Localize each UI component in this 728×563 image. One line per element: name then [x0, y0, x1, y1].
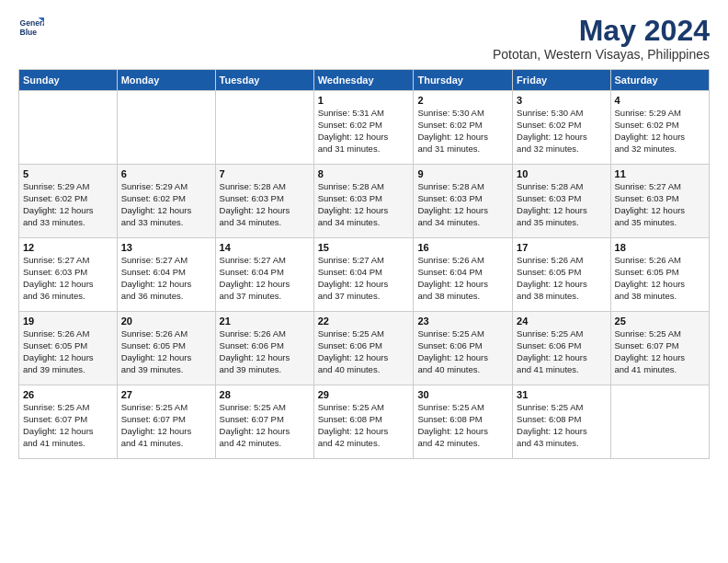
day-info: Sunrise: 5:26 AM Sunset: 6:04 PM Dayligh…: [417, 255, 508, 302]
day-info: Sunrise: 5:25 AM Sunset: 6:06 PM Dayligh…: [318, 328, 410, 375]
day-info: Sunrise: 5:28 AM Sunset: 6:03 PM Dayligh…: [517, 181, 606, 228]
day-cell: 19Sunrise: 5:26 AM Sunset: 6:05 PM Dayli…: [19, 312, 118, 385]
day-info: Sunrise: 5:25 AM Sunset: 6:06 PM Dayligh…: [417, 328, 508, 375]
day-number: 28: [220, 389, 310, 400]
day-cell: 6Sunrise: 5:29 AM Sunset: 6:02 PM Daylig…: [117, 165, 215, 238]
day-cell: 9Sunrise: 5:28 AM Sunset: 6:03 PM Daylig…: [414, 165, 513, 238]
day-number: 7: [220, 168, 310, 179]
day-cell: [610, 385, 709, 459]
day-cell: 21Sunrise: 5:26 AM Sunset: 6:06 PM Dayli…: [215, 312, 313, 385]
logo: General Blue: [18, 15, 44, 40]
day-info: Sunrise: 5:28 AM Sunset: 6:03 PM Dayligh…: [318, 181, 410, 228]
col-wednesday: Wednesday: [313, 70, 414, 91]
day-number: 3: [517, 95, 606, 106]
day-cell: 20Sunrise: 5:26 AM Sunset: 6:05 PM Dayli…: [117, 312, 215, 385]
day-info: Sunrise: 5:29 AM Sunset: 6:02 PM Dayligh…: [615, 108, 705, 155]
day-info: Sunrise: 5:26 AM Sunset: 6:05 PM Dayligh…: [121, 328, 211, 375]
day-cell: 29Sunrise: 5:25 AM Sunset: 6:08 PM Dayli…: [313, 385, 414, 459]
title-block: May 2024 Pototan, Western Visayas, Phili…: [493, 15, 710, 62]
day-number: 12: [23, 242, 113, 253]
day-number: 31: [517, 389, 606, 400]
day-cell: 14Sunrise: 5:27 AM Sunset: 6:04 PM Dayli…: [215, 238, 313, 312]
day-info: Sunrise: 5:27 AM Sunset: 6:03 PM Dayligh…: [615, 181, 705, 228]
svg-text:Blue: Blue: [20, 28, 38, 37]
day-cell: 2Sunrise: 5:30 AM Sunset: 6:02 PM Daylig…: [414, 91, 513, 165]
location-subtitle: Pototan, Western Visayas, Philippines: [493, 47, 710, 62]
day-number: 9: [417, 168, 508, 179]
day-cell: 17Sunrise: 5:26 AM Sunset: 6:05 PM Dayli…: [513, 238, 610, 312]
day-info: Sunrise: 5:25 AM Sunset: 6:07 PM Dayligh…: [615, 328, 705, 375]
day-cell: 12Sunrise: 5:27 AM Sunset: 6:03 PM Dayli…: [19, 238, 118, 312]
day-info: Sunrise: 5:27 AM Sunset: 6:04 PM Dayligh…: [220, 255, 310, 302]
day-cell: 11Sunrise: 5:27 AM Sunset: 6:03 PM Dayli…: [610, 165, 709, 238]
day-number: 18: [615, 242, 705, 253]
col-saturday: Saturday: [610, 70, 709, 91]
day-number: 6: [121, 168, 211, 179]
day-number: 25: [615, 316, 705, 327]
day-cell: 10Sunrise: 5:28 AM Sunset: 6:03 PM Dayli…: [513, 165, 610, 238]
day-number: 4: [615, 95, 705, 106]
day-info: Sunrise: 5:28 AM Sunset: 6:03 PM Dayligh…: [220, 181, 310, 228]
day-number: 15: [318, 242, 410, 253]
day-number: 29: [318, 389, 410, 400]
day-number: 17: [517, 242, 606, 253]
day-cell: 3Sunrise: 5:30 AM Sunset: 6:02 PM Daylig…: [513, 91, 610, 165]
week-row-5: 26Sunrise: 5:25 AM Sunset: 6:07 PM Dayli…: [19, 385, 710, 459]
day-info: Sunrise: 5:25 AM Sunset: 6:06 PM Dayligh…: [517, 328, 606, 375]
day-number: 20: [121, 316, 211, 327]
day-cell: 25Sunrise: 5:25 AM Sunset: 6:07 PM Dayli…: [610, 312, 709, 385]
header: General Blue May 2024 Pototan, Western V…: [18, 15, 710, 62]
day-number: 24: [517, 316, 606, 327]
day-cell: 13Sunrise: 5:27 AM Sunset: 6:04 PM Dayli…: [117, 238, 215, 312]
day-number: 22: [318, 316, 410, 327]
day-info: Sunrise: 5:26 AM Sunset: 6:05 PM Dayligh…: [517, 255, 606, 302]
day-cell: 5Sunrise: 5:29 AM Sunset: 6:02 PM Daylig…: [19, 165, 118, 238]
day-cell: 1Sunrise: 5:31 AM Sunset: 6:02 PM Daylig…: [313, 91, 414, 165]
day-info: Sunrise: 5:25 AM Sunset: 6:08 PM Dayligh…: [417, 402, 508, 449]
day-info: Sunrise: 5:27 AM Sunset: 6:04 PM Dayligh…: [318, 255, 410, 302]
day-info: Sunrise: 5:26 AM Sunset: 6:05 PM Dayligh…: [23, 328, 113, 375]
day-cell: 7Sunrise: 5:28 AM Sunset: 6:03 PM Daylig…: [215, 165, 313, 238]
page: General Blue May 2024 Pototan, Western V…: [0, 0, 728, 563]
day-info: Sunrise: 5:25 AM Sunset: 6:08 PM Dayligh…: [318, 402, 410, 449]
month-title: May 2024: [493, 15, 710, 47]
day-info: Sunrise: 5:25 AM Sunset: 6:07 PM Dayligh…: [220, 402, 310, 449]
week-row-3: 12Sunrise: 5:27 AM Sunset: 6:03 PM Dayli…: [19, 238, 710, 312]
day-number: 8: [318, 168, 410, 179]
day-number: 13: [121, 242, 211, 253]
day-cell: 30Sunrise: 5:25 AM Sunset: 6:08 PM Dayli…: [414, 385, 513, 459]
svg-text:General: General: [20, 18, 44, 28]
header-row: Sunday Monday Tuesday Wednesday Thursday…: [19, 70, 710, 91]
day-info: Sunrise: 5:25 AM Sunset: 6:07 PM Dayligh…: [23, 402, 113, 449]
week-row-4: 19Sunrise: 5:26 AM Sunset: 6:05 PM Dayli…: [19, 312, 710, 385]
calendar-table: Sunday Monday Tuesday Wednesday Thursday…: [18, 69, 710, 459]
day-number: 19: [23, 316, 113, 327]
day-info: Sunrise: 5:25 AM Sunset: 6:07 PM Dayligh…: [121, 402, 211, 449]
day-cell: 22Sunrise: 5:25 AM Sunset: 6:06 PM Dayli…: [313, 312, 414, 385]
day-number: 2: [417, 95, 508, 106]
day-info: Sunrise: 5:26 AM Sunset: 6:06 PM Dayligh…: [220, 328, 310, 375]
day-info: Sunrise: 5:29 AM Sunset: 6:02 PM Dayligh…: [23, 181, 113, 228]
day-info: Sunrise: 5:31 AM Sunset: 6:02 PM Dayligh…: [318, 108, 410, 155]
day-number: 26: [23, 389, 113, 400]
day-info: Sunrise: 5:26 AM Sunset: 6:05 PM Dayligh…: [615, 255, 705, 302]
day-number: 10: [517, 168, 606, 179]
day-cell: 8Sunrise: 5:28 AM Sunset: 6:03 PM Daylig…: [313, 165, 414, 238]
logo-icon: General Blue: [18, 15, 44, 40]
day-number: 1: [318, 95, 410, 106]
day-info: Sunrise: 5:30 AM Sunset: 6:02 PM Dayligh…: [417, 108, 508, 155]
week-row-1: 1Sunrise: 5:31 AM Sunset: 6:02 PM Daylig…: [19, 91, 710, 165]
day-info: Sunrise: 5:28 AM Sunset: 6:03 PM Dayligh…: [417, 181, 508, 228]
day-number: 27: [121, 389, 211, 400]
day-number: 23: [417, 316, 508, 327]
day-cell: 27Sunrise: 5:25 AM Sunset: 6:07 PM Dayli…: [117, 385, 215, 459]
day-info: Sunrise: 5:27 AM Sunset: 6:04 PM Dayligh…: [121, 255, 211, 302]
day-cell: [19, 91, 118, 165]
day-cell: 28Sunrise: 5:25 AM Sunset: 6:07 PM Dayli…: [215, 385, 313, 459]
week-row-2: 5Sunrise: 5:29 AM Sunset: 6:02 PM Daylig…: [19, 165, 710, 238]
col-sunday: Sunday: [19, 70, 118, 91]
day-number: 21: [220, 316, 310, 327]
day-cell: [117, 91, 215, 165]
day-cell: 24Sunrise: 5:25 AM Sunset: 6:06 PM Dayli…: [513, 312, 610, 385]
day-info: Sunrise: 5:25 AM Sunset: 6:08 PM Dayligh…: [517, 402, 606, 449]
